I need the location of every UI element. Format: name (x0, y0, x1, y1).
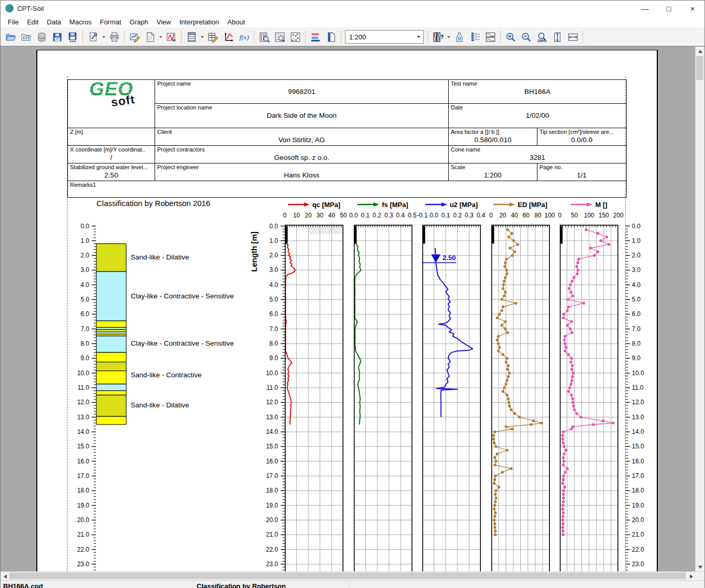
chart-panel-ed (491, 225, 550, 571)
database-icon[interactable] (34, 29, 49, 45)
zoom-in-icon[interactable] (503, 29, 518, 45)
depth-tick-label: 16.0 (632, 458, 649, 465)
contour-lens-icon[interactable] (272, 29, 287, 45)
classification-curves-dropdown-caret[interactable] (446, 30, 451, 44)
cell-engineer: Project engineerHans Kloss (155, 163, 449, 181)
map-lens-icon[interactable] (256, 29, 272, 45)
depth-axis-right-ticks (626, 225, 631, 571)
edit-table-icon[interactable] (205, 29, 220, 45)
new-sheet-dropdown-caret[interactable] (158, 30, 163, 44)
fit-height-icon[interactable] (549, 29, 565, 45)
column-comparison-icon[interactable] (467, 29, 482, 45)
axis-tick-label: 0.5 (408, 212, 417, 219)
menu-item-about[interactable]: About (223, 17, 249, 27)
depth-tick-label: 3.0 (260, 266, 278, 274)
depth-tick-label: 18.0 (260, 487, 278, 494)
axis-tick-label: 40 (328, 212, 335, 219)
depth-tick-label: 23.0 (260, 560, 278, 568)
menu-item-data[interactable]: Data (43, 17, 65, 27)
cell-tip-section: Tip section [cm²]/sleeve are...0.0/0.0 (537, 128, 627, 146)
depth-tick-label: 0.0 (72, 223, 89, 230)
classification-curves-icon[interactable]: ? (430, 29, 446, 45)
document-area: GEO soft Project name9968201 Test nameBH… (1, 46, 704, 571)
depth-tick-label: 23.0 (632, 560, 649, 568)
save-as-icon[interactable] (65, 29, 80, 45)
depth-tick-label: 22.0 (632, 546, 649, 553)
new-sheet-icon[interactable] (142, 29, 158, 45)
axis-tick-label: 80 (534, 212, 541, 219)
legend-line-icon (357, 202, 379, 207)
axis-tick-label: 50 (340, 212, 347, 219)
zoom-100-icon[interactable]: 100% (534, 29, 549, 45)
depth-axis-left-ticks (91, 225, 96, 571)
minimize-button[interactable]: — (633, 1, 657, 16)
menu-item-graph[interactable]: Graph (126, 17, 153, 27)
page-setup-dropdown-caret[interactable] (101, 30, 106, 44)
settlement-curves-icon[interactable] (482, 29, 498, 45)
close-button[interactable]: × (681, 1, 704, 16)
svg-text:min: min (311, 36, 318, 40)
app-window: CPT-Soil — □ × FileEditDataMacrosFormatG… (0, 0, 705, 588)
toolbar-separator (500, 31, 501, 43)
print-icon[interactable] (106, 29, 122, 45)
depth-tick-label: 22.0 (72, 546, 89, 553)
axis-tick-label: 0.2 (453, 212, 462, 219)
depth-tick-label: 9.0 (632, 354, 649, 362)
open-file-icon[interactable] (3, 29, 18, 45)
piezometer-icon[interactable] (451, 29, 467, 45)
menu-item-format[interactable]: Format (95, 17, 125, 27)
legend-line-icon (425, 202, 447, 207)
depth-tick-label: 8.0 (260, 340, 278, 347)
depth-tick-label: 19.0 (72, 502, 89, 509)
cell-remarks: Remarks1 (68, 181, 627, 198)
horizontal-scroll-thumb[interactable] (9, 572, 686, 579)
scroll-down-button[interactable] (696, 563, 704, 571)
scroll-left-button[interactable] (1, 572, 9, 581)
scale-combobox[interactable]: 1:200 (345, 30, 424, 44)
save-icon[interactable] (49, 29, 65, 45)
xy-plot-icon[interactable] (220, 29, 236, 45)
depth-tick-label: 12.0 (260, 399, 278, 406)
data-table-icon[interactable] (184, 29, 199, 45)
depth-tick-label: 17.0 (260, 472, 278, 480)
axis-tick-label: 0.2 (372, 212, 381, 219)
depth-tick-label: 15.0 (260, 443, 278, 450)
horizontal-scrollbar[interactable] (1, 571, 704, 580)
menu-item-edit[interactable]: Edit (23, 17, 43, 27)
axis-tick-label: 0 (489, 212, 493, 219)
legend-label: u2 [MPa] (450, 201, 478, 209)
cell-project-location: Project location nameDark Side of the Mo… (155, 104, 449, 128)
scatter-plot-icon[interactable] (287, 29, 303, 45)
app-icon (5, 4, 14, 13)
soil-layer-label: Sand-like - Contractive (131, 371, 202, 379)
fx-icon[interactable]: f(x) (236, 29, 252, 45)
max-min-icon[interactable]: maxmin (308, 29, 323, 45)
depth-tick-label: 7.0 (260, 325, 278, 333)
menu-item-macros[interactable]: Macros (65, 17, 96, 27)
axis-tick-label: 0.3 (465, 212, 474, 219)
graph-u-icon[interactable]: u (163, 29, 179, 45)
fit-width-icon[interactable] (565, 29, 580, 45)
scale-value: 1:200 (349, 33, 366, 41)
maximize-button[interactable]: □ (657, 1, 681, 16)
depth-tick-label: 9.0 (72, 354, 89, 362)
import-data-icon[interactable] (18, 29, 34, 45)
edit-graph-icon[interactable] (127, 29, 142, 45)
depth-tick-label: 11.0 (632, 384, 649, 391)
depth-tick-label: 11.0 (260, 384, 278, 391)
menu-item-view[interactable]: View (153, 17, 175, 27)
scroll-right-button[interactable] (687, 572, 696, 581)
depth-tick-label: 7.0 (632, 325, 649, 333)
vertical-scroll-thumb[interactable] (696, 56, 703, 80)
vertical-scrollbar[interactable] (695, 47, 704, 571)
blank-page-icon[interactable] (323, 29, 339, 45)
data-table-dropdown-caret[interactable] (199, 30, 205, 44)
page-setup-icon[interactable] (85, 29, 101, 45)
zoom-out-icon[interactable] (518, 29, 534, 45)
classification-title: Classification by Robertson 2016 (96, 199, 210, 208)
menu-item-file[interactable]: File (4, 17, 23, 27)
svg-text:u: u (173, 37, 175, 43)
depth-tick-label: 10.0 (260, 370, 278, 377)
scroll-up-button[interactable] (696, 47, 704, 56)
menu-item-interpretation[interactable]: Interpretation (175, 17, 224, 27)
